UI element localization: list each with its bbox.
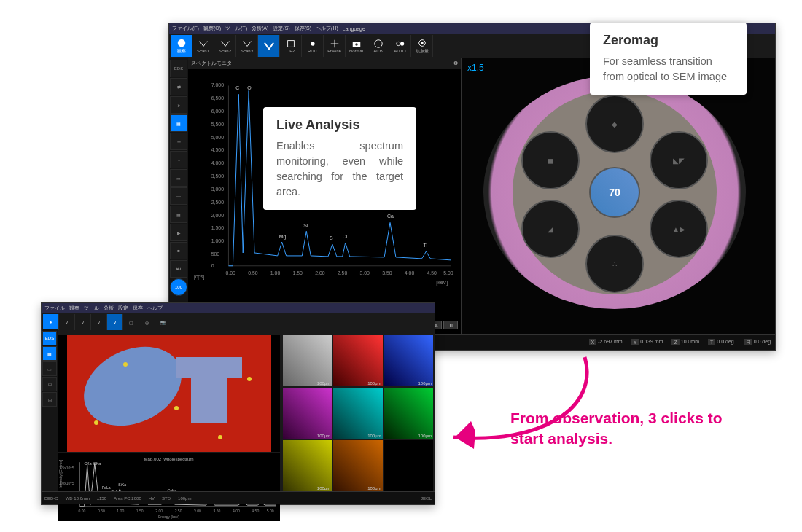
svg-rect-51	[176, 357, 242, 378]
svg-point-2	[311, 42, 314, 45]
menu-item[interactable]: Language	[343, 26, 365, 31]
play-icon[interactable]: ▶	[170, 224, 187, 241]
line-button[interactable]: —	[170, 187, 187, 205]
svg-text:0: 0	[211, 263, 214, 268]
sample-stub[interactable]: ∴	[585, 235, 644, 293]
map-thumb[interactable]: 100μm	[333, 335, 382, 386]
svg-text:4.00: 4.00	[405, 270, 415, 275]
map-thumb[interactable]: 100μm	[283, 388, 332, 439]
camera-button[interactable]: Normal	[346, 35, 367, 57]
camera-button[interactable]: 📷	[155, 314, 171, 330]
sample-stub[interactable]: ▲▶	[650, 200, 708, 258]
tool-button[interactable]: ▢	[123, 314, 139, 330]
menu-item[interactable]: 観察(O)	[203, 25, 221, 32]
svg-text:Cl: Cl	[343, 234, 348, 239]
crosshair-icon[interactable]: ✛	[170, 133, 187, 150]
scan1-button[interactable]: Scan1	[192, 35, 214, 57]
scan-button[interactable]: V	[91, 314, 107, 330]
switch-icon[interactable]: ⇄	[170, 78, 187, 95]
freeze-button[interactable]: Freeze	[324, 35, 346, 57]
point-button[interactable]: ✦	[170, 151, 187, 168]
image-panel: x1.5 ◆ ◣◤ ▲▶ ∴ ◢ ◼ 70	[462, 58, 775, 334]
status-item: STD	[162, 496, 171, 501]
observe-button[interactable]: ●	[43, 314, 59, 330]
svg-text:1.00: 1.00	[270, 270, 281, 275]
cf2-button[interactable]: CF2	[280, 35, 302, 57]
menu-item[interactable]: 分析(A)	[252, 25, 268, 32]
auto-button[interactable]: AUTO	[389, 35, 411, 57]
side-button[interactable]: ⊞	[42, 377, 57, 391]
scan3-button[interactable]: Scan3	[236, 35, 258, 57]
side-button[interactable]: ▦	[42, 346, 57, 361]
svg-text:0.50: 0.50	[98, 509, 105, 513]
svg-text:1.50: 1.50	[136, 509, 144, 513]
menu-item[interactable]: 保存	[133, 305, 143, 312]
monitor-button[interactable]: ▦	[170, 114, 187, 132]
scan-button[interactable]: V	[75, 314, 91, 330]
sample-stub[interactable]: ◣◤	[650, 131, 708, 189]
area-button[interactable]: ▭	[170, 169, 187, 187]
menu-item[interactable]: 分析	[104, 305, 114, 312]
map-thumb[interactable]: 100μm	[333, 440, 382, 491]
menu-item[interactable]: 観察	[69, 305, 79, 312]
svg-rect-1	[287, 41, 294, 47]
svg-text:2.00: 2.00	[155, 509, 163, 513]
scan-button[interactable]: V	[59, 314, 75, 330]
eds-button[interactable]: EDS	[170, 60, 187, 77]
content-area: Map.002_wholespectrum CKaOKa FeLaCuLa Mg…	[58, 335, 433, 491]
svg-text:6,500: 6,500	[211, 95, 224, 101]
scan-large-button[interactable]	[258, 35, 280, 57]
svg-text:Ca: Ca	[387, 214, 394, 219]
svg-text:OKa: OKa	[93, 461, 101, 466]
menu-item[interactable]: ファイル	[44, 305, 65, 312]
side-button[interactable]: ⊟	[42, 392, 57, 407]
pause-icon[interactable]: ■	[170, 242, 187, 259]
select-button[interactable]: ➤	[170, 96, 187, 114]
zoom-label: x1.5	[467, 63, 484, 73]
map-thumb[interactable]: 100μm	[333, 388, 382, 439]
element-chip[interactable]: Ti	[443, 321, 458, 329]
map-thumb[interactable]: 100μm	[283, 440, 332, 491]
scan-button[interactable]: V	[107, 314, 123, 330]
svg-point-53	[123, 362, 128, 367]
center-stub[interactable]: 70	[589, 167, 640, 218]
menu-item[interactable]: ツール(T)	[225, 25, 247, 32]
menu-item[interactable]: ファイル(F)	[172, 25, 199, 32]
menu-item[interactable]: ツール	[84, 305, 99, 312]
svg-text:4.50: 4.50	[252, 509, 259, 513]
observe-button[interactable]: 観察	[171, 35, 192, 57]
map-thumb[interactable]: 100μm	[283, 335, 332, 386]
optical-view[interactable]: ◆ ◣◤ ▲▶ ∴ ◢ ◼ 70	[483, 76, 746, 309]
element-map-grid: 100μm 100μm 100μm 100μm 100μm 100μm 100μ…	[283, 335, 433, 491]
sample-holder: ◆ ◣◤ ▲▶ ∴ ◢ ◼ 70	[513, 90, 717, 294]
svg-point-52	[94, 420, 98, 425]
menu-item[interactable]: ヘルプ	[147, 305, 163, 312]
tool-button[interactable]: ◎	[139, 314, 155, 330]
menu-item[interactable]: 設定	[118, 305, 128, 312]
gear-icon[interactable]: ⚙	[453, 60, 458, 66]
side-button[interactable]: ▭	[42, 361, 57, 376]
acb-button[interactable]: ACB	[367, 35, 389, 57]
eds-button[interactable]: EDS	[42, 331, 57, 345]
menu-item[interactable]: ヘルプ(H)	[316, 25, 338, 32]
menu-item[interactable]: 保存(S)	[295, 25, 311, 32]
svg-text:0.50: 0.50	[248, 270, 258, 275]
element-map[interactable]	[58, 335, 280, 452]
sample-stub[interactable]: ◼	[521, 131, 580, 189]
svg-point-54	[174, 406, 179, 410]
sample-stub[interactable]: ◢	[521, 200, 580, 258]
svg-text:5,500: 5,500	[211, 122, 224, 127]
menu-item[interactable]: 設定(S)	[273, 25, 289, 32]
svg-text:0.00: 0.00	[78, 509, 85, 513]
focus-button[interactable]: 焦点量	[411, 35, 433, 57]
map-button[interactable]: ▦	[170, 206, 187, 223]
svg-text:2,500: 2,500	[211, 200, 224, 205]
svg-text:2.00: 2.00	[315, 270, 325, 275]
skip-icon[interactable]: ⏭	[170, 260, 187, 278]
scan2-button[interactable]: Scan2	[214, 35, 236, 57]
svg-text:Ti: Ti	[424, 243, 428, 248]
svg-text:5.00: 5.00	[267, 509, 274, 513]
rdc-button[interactable]: RDC	[302, 35, 324, 57]
sample-stub[interactable]: ◆	[585, 95, 644, 153]
svg-text:FeLa: FeLa	[102, 485, 111, 490]
